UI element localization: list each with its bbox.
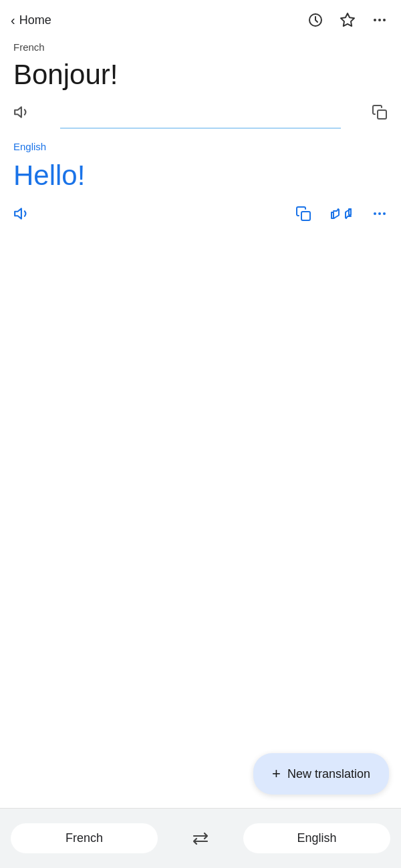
more-options-icon[interactable] [372,12,388,28]
translation-more-button[interactable] [372,206,388,222]
header-icons [307,12,388,28]
translation-section: English Hello! [0,138,401,222]
language-selector-bar: French English [0,808,401,868]
target-lang-selector[interactable]: English [243,823,390,853]
back-button[interactable]: ‹ Home [11,13,51,28]
svg-marker-5 [15,107,21,118]
svg-point-2 [374,19,376,21]
svg-point-9 [374,212,376,215]
home-label: Home [19,13,51,27]
translation-right-actions [295,205,388,222]
source-text: Bonjour! [13,58,388,91]
translation-text: Hello! [13,159,388,192]
svg-rect-6 [378,110,386,119]
plus-icon: + [272,765,281,783]
svg-point-3 [378,19,381,21]
source-copy-button[interactable] [372,104,388,120]
swap-languages-button[interactable] [191,831,210,846]
svg-rect-8 [301,212,310,220]
fab-label: New translation [287,767,370,781]
source-lang-selector[interactable]: French [11,823,158,853]
history-icon[interactable] [307,12,323,28]
svg-marker-1 [341,13,354,26]
section-divider [60,128,341,129]
app-header: ‹ Home [0,0,401,35]
new-translation-button[interactable]: + New translation [253,753,389,795]
back-arrow-icon: ‹ [11,13,15,28]
translation-actions [13,205,388,222]
svg-marker-7 [15,208,21,218]
source-actions [13,103,388,128]
svg-point-4 [383,19,386,21]
translation-speak-button[interactable] [13,205,31,222]
thumbs-rating-button[interactable] [330,205,353,222]
source-section: French Bonjour! [0,35,401,128]
source-speak-button[interactable] [13,103,31,121]
source-language-label: French [13,41,388,53]
translation-copy-button[interactable] [295,206,311,222]
star-icon[interactable] [340,12,356,28]
svg-point-11 [383,212,386,215]
svg-point-10 [378,212,381,215]
new-translation-fab: + New translation [253,753,389,795]
target-language-label: English [13,141,388,152]
